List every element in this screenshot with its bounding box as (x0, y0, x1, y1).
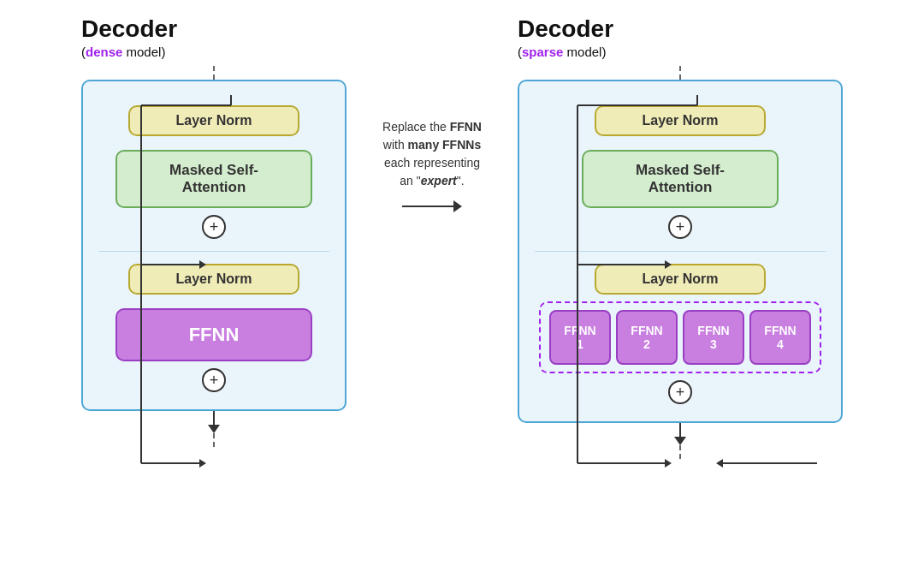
left-decoder-subtitle: (dense model) (81, 45, 165, 59)
plus-r2-symbol: + (676, 384, 685, 402)
ffnn-experts-group: FFNN 1 FFNN 2 FFNN 3 FFNN 4 (539, 301, 821, 373)
ffnn-2: FFNN 2 (616, 310, 678, 365)
replace-text: Replace the FFNN with many FFNNs each re… (359, 118, 505, 190)
main-container: Decoder (dense model) (0, 0, 924, 566)
right-attention-box: Masked Self-Attention (582, 150, 779, 208)
right-arrow-line (679, 423, 681, 437)
arrow-right-head (453, 200, 462, 212)
left-layer-norm-bottom: Layer Norm (128, 264, 299, 295)
right-subtitle-word: sparse (522, 45, 563, 59)
left-arrow-head (208, 425, 220, 433)
plus-r1-symbol: + (676, 218, 685, 236)
divider (98, 251, 329, 252)
dashed-line-top-left (213, 66, 215, 80)
right-arrow (402, 200, 462, 212)
left-attention-text: Masked Self-Attention (169, 162, 258, 195)
left-arrow-line (213, 411, 215, 425)
right-divider (535, 251, 826, 252)
right-layer-norm-top: Layer Norm (595, 105, 766, 136)
right-subtitle-suffix: model) (563, 45, 606, 59)
svg-marker-17 (665, 459, 672, 468)
plus-1-symbol: + (210, 218, 219, 236)
ffnn-3-label: FFNN 3 (697, 324, 729, 351)
right-dashed-bottom (679, 445, 681, 459)
left-decoder-box: Layer Norm Masked Self-Attention + L (81, 80, 346, 411)
right-decoder-subtitle: (sparse model) (518, 45, 606, 59)
many-ffnns-bold: many FFNNs (408, 138, 482, 152)
expert-italic: expert (421, 174, 457, 188)
ffnn-1-label: FFNN 1 (564, 324, 595, 351)
svg-marker-7 (199, 459, 206, 468)
left-ffnn-box: FFNN (116, 308, 312, 361)
right-arrow-down (674, 423, 686, 445)
ffnn-1: FFNN 1 (549, 310, 611, 365)
left-plus-2: + (202, 368, 226, 392)
ffnn-4-label: FFNN 4 (764, 324, 796, 351)
left-plus-1: + (202, 215, 226, 239)
right-plus-row-1: + (535, 215, 826, 239)
plus-2-symbol: + (210, 372, 219, 390)
right-arrow-head (674, 437, 686, 445)
top-dashed-right (679, 66, 681, 80)
middle-section: Replace the FFNN with many FFNNs each re… (346, 15, 518, 212)
ffnn-2-label: FFNN 2 (631, 324, 662, 351)
right-layer-norm-bottom: Layer Norm (595, 264, 766, 295)
right-plus-row-2: + (535, 380, 826, 404)
ffnn-bold: FFNN (450, 120, 482, 134)
ffnn-4: FFNN 4 (749, 310, 811, 365)
right-decoder-panel: Decoder (sparse model) (518, 15, 843, 459)
top-dashed-left (213, 66, 215, 80)
left-layer-norm-top: Layer Norm (128, 105, 299, 136)
right-plus-2: + (668, 380, 692, 404)
right-decoder-box: Layer Norm Masked Self-Attention + Layer… (518, 80, 843, 423)
left-arrow-down (208, 411, 220, 433)
svg-marker-19 (716, 459, 723, 468)
left-decoder-panel: Decoder (dense model) (81, 15, 346, 447)
left-subtitle-word: dense (86, 45, 122, 59)
left-dashed-bottom (213, 433, 215, 447)
right-attention-text: Masked Self-Attention (636, 162, 725, 195)
left-attention-box: Masked Self-Attention (116, 150, 312, 208)
arrow-right-line (402, 206, 453, 207)
left-plus-row-2: + (98, 368, 329, 392)
right-plus-1: + (668, 215, 692, 239)
ffnn-3: FFNN 3 (683, 310, 744, 365)
left-subtitle-suffix: model) (122, 45, 165, 59)
left-plus-row-1: + (98, 215, 329, 239)
left-decoder-title: Decoder (81, 15, 177, 43)
dashed-line-top-right (679, 66, 681, 80)
right-decoder-title: Decoder (518, 15, 613, 43)
